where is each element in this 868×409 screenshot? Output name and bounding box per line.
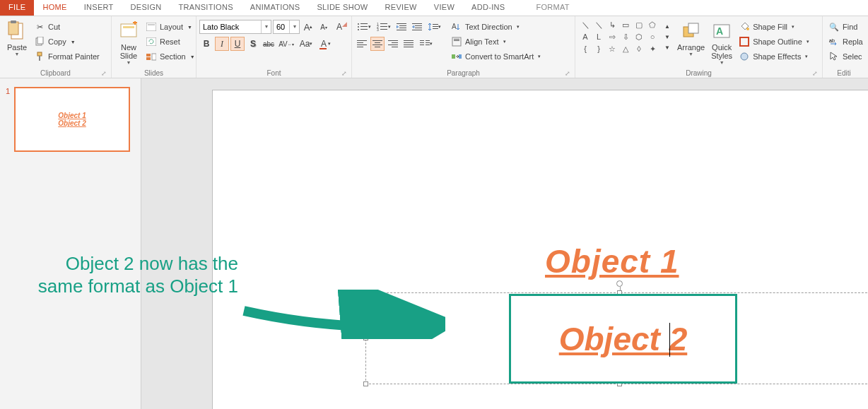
align-center-button[interactable] bbox=[370, 37, 385, 51]
shape-outline-button[interactable]: Shape Outline▾ bbox=[736, 35, 812, 49]
quick-styles-button[interactable]: A Quick Styles ▼ bbox=[708, 18, 736, 66]
shadow-button[interactable]: S bbox=[246, 37, 260, 51]
columns-button[interactable]: ▾ bbox=[417, 37, 435, 51]
paste-label: Paste bbox=[7, 43, 27, 52]
textbox-object-2[interactable]: Object 2 bbox=[509, 294, 737, 384]
paste-button[interactable]: Paste ▼ bbox=[3, 18, 31, 58]
reset-button[interactable]: Reset bbox=[143, 35, 198, 49]
shrink-font-button[interactable]: A▾ bbox=[317, 20, 331, 34]
underline-button[interactable]: U bbox=[230, 37, 245, 51]
section-button[interactable]: Section▼ bbox=[143, 49, 198, 64]
shape-poly[interactable]: ⬠ bbox=[646, 19, 659, 30]
tab-slideshow[interactable]: SLIDE SHOW bbox=[308, 0, 376, 16]
tab-animations[interactable]: ANIMATIONS bbox=[242, 0, 309, 16]
shape-connector[interactable]: ↳ bbox=[606, 19, 618, 30]
thumbnail-preview[interactable]: Object 1 Object 2 bbox=[14, 87, 130, 152]
shape-roundrect[interactable]: ▢ bbox=[633, 19, 645, 30]
tab-addins[interactable]: ADD-INS bbox=[463, 0, 513, 16]
shapes-scroll-down[interactable]: ▼ bbox=[660, 32, 674, 42]
textbox-object-1[interactable]: Object 1 bbox=[545, 242, 679, 280]
tab-review[interactable]: REVIEW bbox=[377, 0, 426, 16]
paste-icon bbox=[6, 20, 28, 42]
text-direction-button[interactable]: AText Direction▾ bbox=[448, 20, 544, 34]
justify-button[interactable] bbox=[401, 37, 416, 51]
tab-format[interactable]: FORMAT bbox=[527, 0, 577, 16]
italic-button[interactable]: I bbox=[215, 37, 229, 51]
shape-down[interactable]: ⇩ bbox=[619, 31, 632, 42]
font-size-combo[interactable]: ▾ bbox=[273, 20, 300, 34]
rotate-handle[interactable] bbox=[616, 280, 623, 287]
new-slide-button[interactable]: New Slide ▼ bbox=[115, 18, 143, 66]
slide-thumbnails-panel[interactable]: 1 Object 1 Object 2 bbox=[0, 78, 141, 409]
find-icon: 🔍 bbox=[828, 21, 840, 32]
shape-chev[interactable]: ⬡ bbox=[633, 31, 645, 42]
tab-file[interactable]: FILE bbox=[0, 0, 34, 16]
shape-rect[interactable]: ▭ bbox=[619, 19, 632, 30]
copy-button[interactable]: Copy ▼ bbox=[31, 35, 102, 49]
align-left-button[interactable] bbox=[355, 37, 369, 51]
format-painter-button[interactable]: Format Painter bbox=[31, 49, 102, 64]
line-spacing-button[interactable]: ▾ bbox=[426, 20, 444, 34]
chevron-down-icon[interactable]: ▾ bbox=[289, 20, 299, 33]
shapes-scroll-up[interactable]: ▲ bbox=[660, 21, 674, 31]
bold-button[interactable]: B bbox=[199, 37, 213, 51]
shape-outline-label: Shape Outline bbox=[753, 37, 802, 46]
shape-brace2[interactable]: } bbox=[592, 43, 605, 54]
text-direction-icon: A bbox=[451, 21, 462, 32]
cut-button[interactable]: ✂ Cut bbox=[31, 20, 102, 34]
shape-fill-button[interactable]: Shape Fill▾ bbox=[736, 20, 812, 34]
decrease-indent-button[interactable] bbox=[394, 20, 409, 34]
drawing-launcher[interactable]: ⤢ bbox=[812, 70, 818, 77]
clipboard-launcher[interactable]: ⤢ bbox=[101, 70, 107, 77]
font-color-button[interactable]: A▾ bbox=[317, 37, 335, 51]
slide-canvas[interactable]: Object 1 Object 2 bbox=[212, 90, 868, 409]
svg-rect-61 bbox=[452, 37, 461, 46]
align-text-button[interactable]: Align Text▾ bbox=[448, 35, 544, 49]
shape-arrow[interactable]: ⇨ bbox=[606, 31, 618, 42]
chevron-down-icon[interactable]: ▾ bbox=[261, 20, 271, 33]
tab-home[interactable]: HOME bbox=[34, 0, 75, 16]
shape-textbox[interactable]: A bbox=[579, 31, 592, 42]
svg-rect-7 bbox=[121, 24, 136, 37]
replace-button[interactable]: abRepla bbox=[826, 35, 866, 49]
shape-plus[interactable]: ✦ bbox=[646, 43, 659, 54]
change-case-button[interactable]: Aa▾ bbox=[297, 37, 315, 51]
resize-handle-sw[interactable] bbox=[363, 381, 368, 386]
align-right-button[interactable] bbox=[386, 37, 400, 51]
shape-tri[interactable]: △ bbox=[619, 43, 632, 54]
font-size-input[interactable] bbox=[274, 20, 289, 33]
numbering-button[interactable]: 123▾ bbox=[375, 20, 393, 34]
shape-line3[interactable]: L bbox=[592, 31, 605, 42]
convert-smartart-button[interactable]: Convert to SmartArt▾ bbox=[448, 49, 544, 64]
paintbrush-icon bbox=[34, 51, 45, 62]
tab-insert[interactable]: INSERT bbox=[76, 0, 122, 16]
shape-line[interactable]: ＼ bbox=[579, 19, 592, 30]
bullets-button[interactable]: ▾ bbox=[355, 20, 373, 34]
object-2-text[interactable]: Object 2 bbox=[559, 320, 688, 358]
shapes-gallery[interactable]: ＼ ＼ ↳ ▭ ▢ ⬠ A L ⇨ ⇩ ⬡ ○ { } ☆ △ ◊ bbox=[578, 18, 659, 55]
shape-effects-button[interactable]: Shape Effects▾ bbox=[736, 49, 812, 64]
strikethrough-button[interactable]: abc bbox=[262, 37, 276, 51]
arrange-button[interactable]: Arrange ▼ bbox=[674, 18, 708, 58]
char-spacing-button[interactable]: AV↔▾ bbox=[277, 37, 295, 51]
shape-oval[interactable]: ○ bbox=[646, 31, 659, 42]
tab-view[interactable]: VIEW bbox=[426, 0, 463, 16]
font-name-input[interactable] bbox=[200, 20, 261, 33]
grow-font-button[interactable]: A▴ bbox=[301, 20, 315, 34]
font-name-combo[interactable]: ▾ bbox=[199, 20, 271, 34]
tab-transitions[interactable]: TRANSITIONS bbox=[170, 0, 242, 16]
tab-design[interactable]: DESIGN bbox=[122, 0, 170, 16]
layout-button[interactable]: Layout▼ bbox=[143, 20, 198, 34]
slide-thumbnail-1[interactable]: 1 Object 1 Object 2 bbox=[7, 87, 134, 152]
find-button[interactable]: 🔍Find bbox=[826, 20, 866, 34]
select-button[interactable]: Selec bbox=[826, 49, 866, 64]
shapes-more[interactable]: ▼ bbox=[660, 42, 674, 52]
shape-star[interactable]: ☆ bbox=[606, 43, 618, 54]
shape-line2[interactable]: ＼ bbox=[592, 19, 605, 30]
increase-indent-button[interactable] bbox=[410, 20, 424, 34]
shape-brace[interactable]: { bbox=[579, 43, 592, 54]
font-launcher[interactable]: ⤢ bbox=[341, 70, 347, 77]
shape-callout[interactable]: ◊ bbox=[633, 43, 645, 54]
paragraph-launcher[interactable]: ⤢ bbox=[565, 70, 570, 77]
clear-format-button[interactable]: A◢ bbox=[332, 20, 346, 34]
